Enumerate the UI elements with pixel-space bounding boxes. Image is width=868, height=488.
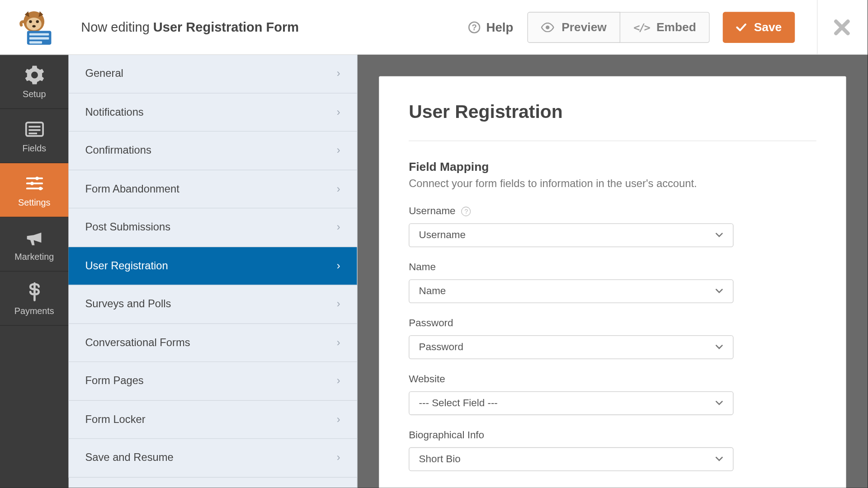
svg-point-3 [36, 20, 39, 23]
field-label: Biographical Info [409, 429, 484, 441]
submenu-label: Form Abandonment [85, 183, 179, 195]
field-mapping-password: Password Password [409, 317, 816, 359]
editing-prefix: Now editing [81, 19, 153, 34]
list-icon [24, 119, 44, 139]
user-registration-panel: User Registration Field Mapping Connect … [379, 76, 846, 488]
chevron-right-icon: › [337, 221, 340, 234]
sidebar-item-marketing[interactable]: Marketing [0, 217, 69, 272]
bio-select[interactable]: Short Bio [409, 447, 733, 471]
chevron-right-icon: › [337, 183, 340, 195]
submenu-item-surveys-and-polls[interactable]: Surveys and Polls› [69, 285, 357, 324]
help-link[interactable]: ? Help [468, 20, 514, 34]
sidebar-item-settings[interactable]: Settings [0, 163, 69, 217]
svg-rect-6 [29, 33, 49, 35]
website-select[interactable]: --- Select Field --- [409, 391, 733, 415]
chevron-right-icon: › [337, 259, 340, 272]
chevron-down-icon [715, 344, 723, 350]
submenu-label: Notifications [85, 106, 143, 118]
svg-rect-8 [29, 41, 42, 43]
svg-point-2 [29, 20, 32, 23]
submenu-label: Form Locker [85, 413, 145, 426]
field-label: Website [409, 373, 445, 385]
svg-rect-13 [28, 132, 37, 134]
submenu-label: User Registration [85, 259, 168, 272]
submenu-item-form-abandonment[interactable]: Form Abandonment› [69, 170, 357, 208]
chevron-right-icon: › [337, 375, 340, 387]
select-value: --- Select Field --- [419, 397, 498, 409]
divider [817, 0, 817, 54]
check-icon [736, 23, 747, 31]
panel-title: User Registration [409, 101, 816, 122]
submenu-label: Post Submissions [85, 221, 170, 234]
sidebar-label: Marketing [14, 251, 54, 261]
editing-status: Now editing User Registration Form [81, 19, 299, 35]
submenu-label: General [85, 67, 123, 80]
help-icon: ? [468, 21, 480, 33]
field-mapping-website: Website --- Select Field --- [409, 373, 816, 415]
embed-label: Embed [656, 20, 696, 34]
field-mapping-bio: Biographical Info Short Bio [409, 429, 816, 471]
svg-point-9 [546, 25, 550, 29]
username-select[interactable]: Username [409, 223, 733, 247]
form-builder-topbar: Now editing User Registration Form ? Hel… [0, 0, 868, 55]
dollar-icon [24, 282, 44, 302]
select-value: Name [419, 285, 446, 297]
preview-embed-group: Preview </> Embed [528, 12, 710, 43]
svg-rect-11 [28, 126, 40, 127]
preview-button[interactable]: Preview [528, 12, 620, 43]
svg-rect-7 [29, 37, 49, 39]
chevron-down-icon [715, 400, 723, 406]
chevron-right-icon: › [337, 67, 340, 80]
chevron-right-icon: › [337, 298, 340, 310]
field-label: Password [409, 317, 453, 329]
form-name: User Registration Form [153, 19, 299, 34]
submenu-label: Save and Resume [85, 451, 173, 464]
svg-point-4 [32, 25, 36, 27]
sidebar-label: Fields [22, 143, 46, 153]
password-select[interactable]: Password [409, 335, 733, 359]
save-button[interactable]: Save [723, 12, 795, 43]
select-value: Password [419, 341, 463, 353]
chevron-down-icon [715, 456, 723, 462]
sidebar-item-setup[interactable]: Setup [0, 55, 69, 109]
svg-point-14 [35, 176, 38, 179]
chevron-down-icon [715, 288, 723, 294]
submenu-item-post-submissions[interactable]: Post Submissions› [69, 208, 357, 247]
submenu-item-form-locker[interactable]: Form Locker› [69, 400, 357, 439]
svg-point-16 [38, 187, 42, 190]
eye-icon [541, 22, 554, 32]
submenu-item-form-pages[interactable]: Form Pages› [69, 362, 357, 400]
submenu-item-conversational-forms[interactable]: Conversational Forms› [69, 324, 357, 362]
sidebar-item-payments[interactable]: Payments [0, 272, 69, 326]
code-icon: </> [633, 21, 649, 33]
submenu-item-user-registration[interactable]: User Registration› [69, 247, 357, 285]
chevron-right-icon: › [337, 413, 340, 426]
svg-point-1 [27, 17, 42, 30]
submenu-item-general[interactable]: General› [69, 55, 357, 93]
chevron-right-icon: › [337, 144, 340, 157]
chevron-right-icon: › [337, 106, 340, 118]
chevron-right-icon: › [337, 451, 340, 464]
embed-button[interactable]: </> Embed [620, 12, 710, 43]
sidebar-label: Settings [18, 197, 50, 207]
builder-canvas: User Registration Field Mapping Connect … [358, 55, 868, 488]
name-select[interactable]: Name [409, 279, 733, 303]
help-icon[interactable]: ? [462, 206, 471, 216]
divider [409, 141, 816, 141]
submenu-item-notifications[interactable]: Notifications› [69, 93, 357, 131]
submenu-item-confirmations[interactable]: Confirmations› [69, 131, 357, 170]
chevron-down-icon [715, 232, 723, 238]
save-label: Save [754, 20, 782, 34]
close-icon[interactable] [833, 18, 851, 36]
primary-sidebar: Setup Fields Settings Marketing Payments [0, 55, 69, 488]
svg-rect-12 [28, 129, 40, 131]
bullhorn-icon [24, 227, 44, 248]
section-description: Connect your form fields to information … [409, 178, 816, 190]
submenu-item-save-and-resume[interactable]: Save and Resume› [69, 439, 357, 477]
section-title: Field Mapping [409, 160, 816, 174]
sidebar-label: Setup [23, 89, 46, 99]
sidebar-label: Payments [14, 305, 54, 315]
sidebar-item-fields[interactable]: Fields [0, 109, 69, 163]
select-value: Username [419, 229, 466, 241]
select-value: Short Bio [419, 453, 461, 465]
